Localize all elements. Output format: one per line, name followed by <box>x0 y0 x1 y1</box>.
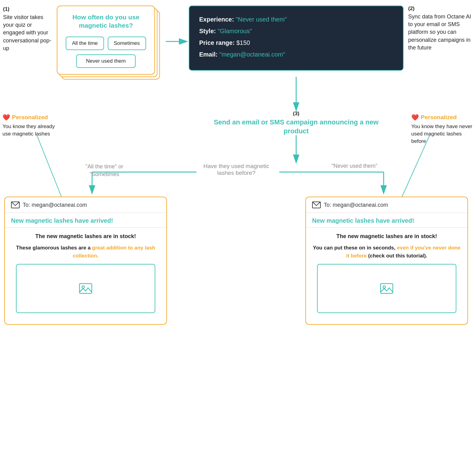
email-image-placeholder-left <box>16 264 155 313</box>
email-body-line2-left: These glamorous lashes are a great addit… <box>11 244 160 260</box>
step1-number: (1) <box>3 6 54 12</box>
email-to-text-left: To: megan@octaneai.com <box>23 202 87 208</box>
svg-point-15 <box>383 286 385 288</box>
style-label: Style: <box>199 28 216 34</box>
email-image-placeholder-right <box>317 264 456 313</box>
email-body-left: The new magnetic lashes are in stock! Th… <box>5 228 166 324</box>
price-label: Price range: <box>199 39 235 46</box>
price-line: Price range: $150 <box>199 38 393 47</box>
quiz-btn-all-time[interactable]: All the time <box>66 37 104 50</box>
personalized-desc-right: You know they have never used magnetic l… <box>411 123 473 145</box>
email-subject-left: New magnetic lashes have arrived! <box>5 213 166 228</box>
email-body-line1-left: The new magnetic lashes are in stock! <box>11 233 160 240</box>
quiz-buttons: All the time Sometimes <box>66 37 146 50</box>
diagram-container: (1) Site visitor takes your quiz or enga… <box>0 0 476 459</box>
email-to-text-right: To: megan@octaneai.com <box>324 202 388 208</box>
email-card-left: To: megan@octaneai.com New magnetic lash… <box>4 197 167 325</box>
branch-right-label: "Never used them" <box>321 163 388 169</box>
email-body-line1-right: The new magnetic lashes are in stock! <box>312 233 461 240</box>
step3-text: Send an email or SMS campaign announcing… <box>209 118 384 135</box>
quiz-btn-never[interactable]: Never used them <box>76 54 135 68</box>
data-box: Experience: "Never used them" Style: "Gl… <box>189 6 404 71</box>
envelope-icon-right <box>312 202 321 208</box>
personalized-text-right: Personalized <box>421 114 457 121</box>
style-line: Style: "Glamorous" <box>199 26 393 36</box>
quiz-title: How often do you use magnetic lashes? <box>64 13 148 30</box>
personalized-badge-left: ❤️ Personalized <box>2 114 62 121</box>
branch-left-label: "All the time" or "Sometimes <box>71 163 138 178</box>
email-body-normal-left: These glamorous lashes are a <box>16 245 92 251</box>
personalized-badge-right: ❤️ Personalized <box>411 114 473 121</box>
email-body-after-right: (check out this tutorial). <box>367 253 427 259</box>
step3-section: (3) Send an email or SMS campaign announ… <box>209 111 384 135</box>
price-value: $150 <box>236 39 250 46</box>
quiz-card-main: How often do you use magnetic lashes? Al… <box>57 6 155 75</box>
svg-rect-14 <box>381 284 393 293</box>
email-body-line2-right: You can put these on in seconds, even if… <box>312 244 461 260</box>
step1-section: (1) Site visitor takes your quiz or enga… <box>3 6 54 52</box>
email-card-right: To: megan@octaneai.com New magnetic lash… <box>305 197 468 325</box>
experience-label: Experience: <box>199 16 234 23</box>
email-body-normal-right: You can put these on in seconds, <box>313 245 397 251</box>
personalized-text-left: Personalized <box>12 114 48 121</box>
envelope-icon-left <box>11 202 20 208</box>
personalized-right: ❤️ Personalized You know they have never… <box>411 114 473 145</box>
question-text: Have they used magnetic lashes before? <box>203 163 269 176</box>
step1-description: Site visitor takes your quiz or engaged … <box>3 14 54 52</box>
step3-number: (3) <box>209 111 384 117</box>
heart-icon-right: ❤️ <box>411 114 419 121</box>
step2-number: (2) <box>408 6 473 12</box>
question-box: Have they used magnetic lashes before? <box>196 163 276 176</box>
email-body-right: The new magnetic lashes are in stock! Yo… <box>306 228 467 324</box>
personalized-desc-left: You know they already use magnetic lashe… <box>2 123 62 138</box>
email-line: Email: "megan@octaneai.com" <box>199 50 393 59</box>
svg-rect-11 <box>79 284 92 293</box>
personalized-left: ❤️ Personalized You know they already us… <box>2 114 62 138</box>
heart-icon-left: ❤️ <box>2 114 10 121</box>
experience-line: Experience: "Never used them" <box>199 15 393 24</box>
svg-point-12 <box>82 286 84 288</box>
experience-value: "Never used them" <box>236 16 287 23</box>
image-placeholder-icon-left <box>78 281 93 296</box>
email-value: "megan@octaneai.com" <box>219 51 285 58</box>
email-to-row-left: To: megan@octaneai.com <box>5 197 166 213</box>
step2-description: Sync data from Octane AI to your email o… <box>408 13 473 52</box>
quiz-btn-sometimes[interactable]: Sometimes <box>108 37 146 50</box>
step2-section: (2) Sync data from Octane AI to your ema… <box>408 6 473 52</box>
quiz-stack: How often do you use magnetic lashes? Al… <box>57 6 161 81</box>
image-placeholder-icon-right <box>379 281 394 296</box>
email-label: Email: <box>199 51 218 58</box>
email-to-row-right: To: megan@octaneai.com <box>306 197 467 213</box>
style-value: "Glamorous" <box>218 28 252 34</box>
svg-line-8 <box>37 135 61 197</box>
email-subject-right: New magnetic lashes have arrived! <box>306 213 467 228</box>
